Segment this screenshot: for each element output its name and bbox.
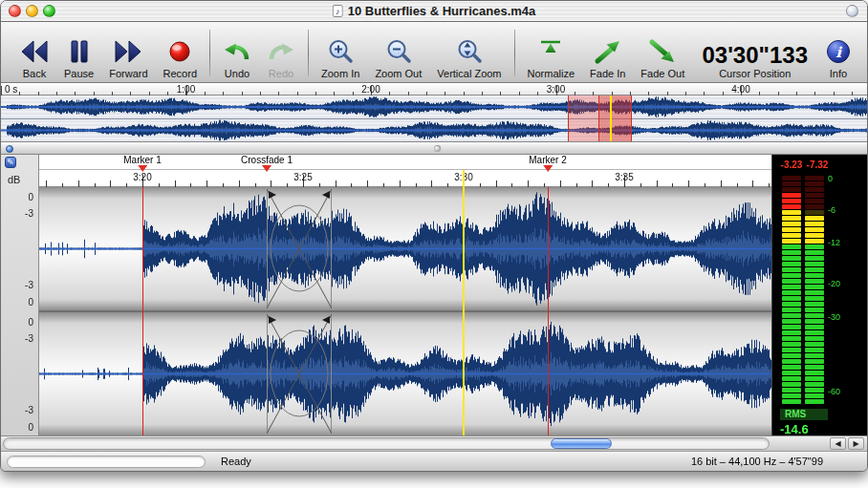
db-scale-value: 0 (28, 297, 33, 308)
overview-selection-inner[interactable] (598, 95, 632, 141)
scroll-arrows: ◀ ▶ (830, 437, 864, 450)
meter-segment (805, 399, 824, 404)
meter-segment (782, 290, 801, 295)
meter-segment (782, 325, 801, 329)
forward-icon (114, 36, 142, 67)
meter-segment (782, 376, 801, 381)
crossfade-left-handle-icon (269, 316, 276, 324)
overview-ruler[interactable]: 0 s1:002:003:004:00 (1, 83, 867, 95)
meter-segment (782, 262, 801, 266)
marker-line (548, 187, 549, 435)
meter-segment (782, 388, 801, 393)
fade-in-button[interactable]: Fade In (582, 25, 633, 81)
traffic-lights (9, 5, 55, 17)
back-button[interactable]: Back (12, 25, 56, 81)
fade-out-button[interactable]: Fade Out (633, 25, 692, 81)
waveform-canvas-right[interactable] (39, 312, 771, 435)
meter-segment (782, 296, 801, 301)
meter-segment (805, 393, 824, 398)
marker-triangle-icon[interactable] (543, 165, 553, 177)
record-button[interactable]: Record (156, 25, 205, 81)
horizontal-scrollbar-thumb[interactable] (551, 438, 612, 449)
fade-out-label: Fade Out (640, 68, 684, 79)
zoom-out-button[interactable]: Zoom Out (367, 25, 429, 81)
svg-text:♪: ♪ (336, 7, 340, 16)
close-button[interactable] (9, 5, 21, 17)
redo-button[interactable]: Redo (259, 25, 303, 81)
meter-segment (805, 359, 824, 364)
info-button[interactable]: i Info (817, 25, 859, 81)
marker-row: Marker 1 Crossfade 1 Marker 2 (39, 155, 771, 170)
crossfade-left-handle-icon (269, 191, 276, 199)
meter-segment (805, 376, 824, 381)
zoom-in-button[interactable]: Zoom In (314, 25, 367, 81)
db-scale-value: -3 (25, 333, 33, 344)
marker[interactable]: Marker 2 (529, 155, 566, 170)
redo-icon (267, 36, 295, 67)
progress-indicator (7, 456, 206, 468)
meter-segment (805, 353, 824, 358)
marker[interactable]: Crossfade 1 (241, 155, 293, 170)
toolbar-separator (514, 30, 515, 76)
zoom-out-icon (384, 36, 413, 67)
time-ruler-label: 3:25 (293, 172, 312, 182)
overview-cursor-line (610, 95, 612, 141)
scrollbar-row: ◀ ▶ (1, 435, 867, 451)
meter-segment (782, 393, 801, 398)
pause-button[interactable]: Pause (56, 25, 101, 81)
editor-center: Marker 1 Crossfade 1 Marker 2 3:203:253:… (39, 155, 771, 435)
meter-segment (782, 313, 801, 318)
editor-main: ✎ dB 0 -3 -3 0 0 -3 -3 0 Marker 1 Crossf… (1, 155, 867, 435)
meter-segment (805, 279, 824, 284)
db-scale-value: 0 (28, 317, 33, 328)
audio-format-text: 16 bit – 44,100 Hz – 4'57"99 (691, 456, 823, 467)
meter-segment (805, 222, 824, 226)
zoom-window-button[interactable] (43, 5, 55, 17)
meter-segment (782, 348, 801, 352)
meter-scale-label: -20 (828, 279, 840, 288)
overview-ruler-label: 2:00 (361, 84, 380, 95)
db-scale-value: -3 (25, 208, 33, 219)
fade-in-label: Fade In (590, 68, 625, 79)
waveform-canvas-left[interactable] (39, 187, 771, 310)
minimize-button[interactable] (26, 5, 38, 17)
marker-triangle-icon[interactable] (262, 165, 271, 177)
horizontal-scrollbar-track[interactable] (3, 437, 770, 450)
overview-selection-edge (631, 95, 632, 141)
forward-button[interactable]: Forward (101, 25, 155, 81)
meter-segment (805, 239, 824, 244)
crossfade-overlay[interactable] (267, 189, 332, 308)
meter-scale-label: -60 (828, 387, 840, 396)
marker-triangle-icon[interactable] (138, 165, 147, 177)
overview-splitter[interactable] (1, 142, 867, 155)
meter-segment (782, 250, 801, 255)
meter-segment (805, 382, 824, 387)
toolbar-separator (308, 30, 309, 76)
waveform-channel-left[interactable] (39, 187, 771, 312)
vertical-zoom-button[interactable]: Vertical Zoom (429, 25, 509, 81)
undo-button[interactable]: Undo (215, 25, 259, 81)
rms-value: -14.6 (780, 422, 809, 436)
meter-segment (782, 285, 801, 289)
normalize-button[interactable]: Normalize (520, 25, 583, 81)
time-ruler[interactable]: 3:203:253:303:35 (39, 170, 771, 187)
splitter-handle[interactable] (434, 145, 441, 152)
splitter-orb-icon[interactable] (6, 145, 13, 153)
waveform-channel-right[interactable] (39, 312, 771, 435)
app-window: ♪ 10 Butterflies & Hurricanes.m4a Back P… (0, 0, 868, 472)
scroll-right-button[interactable]: ▶ (848, 437, 864, 450)
meter-scale-label: 0 (828, 174, 833, 183)
scroll-left-icon: ◀ (835, 439, 840, 448)
zoom-in-label: Zoom In (321, 68, 359, 79)
scroll-left-button[interactable]: ◀ (830, 437, 846, 450)
waveform-tool-icon[interactable]: ✎ (5, 157, 16, 168)
meter-segment (782, 227, 801, 232)
crossfade-overlay[interactable] (267, 314, 332, 434)
cursor-position-display: 03'30"133 Cursor Position (692, 25, 817, 81)
marker[interactable]: Marker 1 (123, 155, 161, 170)
overview-waveform-canvas[interactable] (1, 95, 867, 142)
db-scale-column: ✎ dB 0 -3 -3 0 0 -3 -3 0 (1, 155, 39, 435)
meter-segment (805, 244, 824, 249)
overview-waveform[interactable] (1, 95, 867, 142)
collapse-button[interactable] (846, 5, 858, 17)
